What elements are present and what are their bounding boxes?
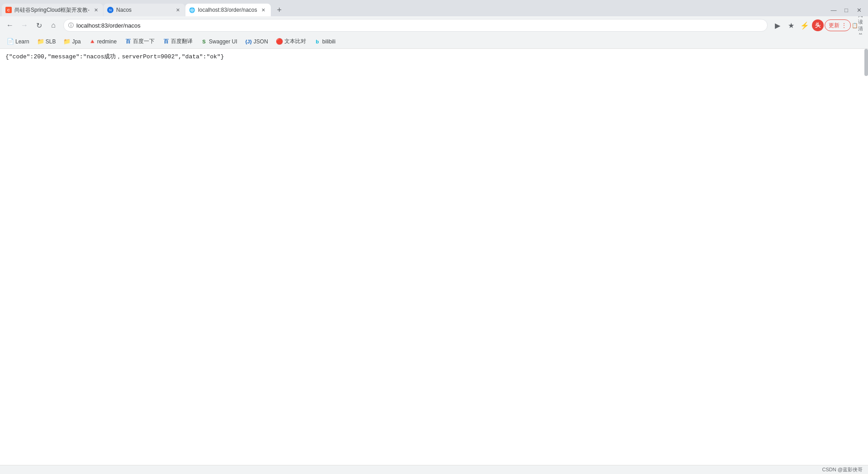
extensions-button[interactable]: ⚡ [798,19,811,32]
reading-list-icon: 📋 [852,23,858,28]
profile-button[interactable]: 头 [812,19,824,31]
nacos-favicon: N [107,7,113,13]
bookmark-learn-label: Learn [15,38,29,45]
scrollbar-thumb[interactable] [864,49,868,76]
bookmark-baidu-translate[interactable]: 百 百度翻译 [159,36,196,47]
tab-2-close-button[interactable]: ✕ [174,6,181,14]
browser-window: C 尚硅谷SpringCloud框架开发教- ✕ N Nacos ✕ 🌐 loc… [0,0,868,474]
json-favicon: {J} [245,38,252,45]
bookmark-redmine[interactable]: 🔺 redmine [85,36,120,47]
bookmark-jpa[interactable]: 📁 Jpa [60,36,84,47]
update-button[interactable]: 更新 ⋮ [825,19,851,31]
tab-3-favicon: 🌐 [189,7,195,13]
learn-favicon: 📄 [7,38,14,45]
forward-button[interactable]: → [18,19,31,32]
tab-3-title: localhost:83/order/nacos [198,7,257,13]
minimize-button[interactable]: — [828,5,839,15]
tab-2[interactable]: N Nacos ✕ [104,4,185,16]
status-bar: CSDN @蓝影侠哥 [0,465,868,474]
bilibili-favicon: b [314,38,321,45]
address-bar[interactable]: ⓘ [63,19,768,32]
bookmark-text-compare[interactable]: 🔴 文本比对 [273,36,310,47]
json-response: {"code":200,"message":"nacos成功，serverPor… [5,52,863,61]
bookmark-text-compare-label: 文本比对 [284,38,306,45]
reading-list-button[interactable]: 📋 阅读清单 [852,19,864,32]
new-tab-button[interactable]: + [273,4,286,16]
bookmarks-bar: 📄 Learn 📁 SLB 📁 Jpa 🔺 redmine 百 [0,34,868,49]
bookmark-baidu-search-label: 百度一下 [133,38,155,45]
tab-1-close-button[interactable]: ✕ [92,6,99,14]
toolbar-right: ▶ ★ ⚡ 头 更新 ⋮ 📋 阅读清单 [771,19,864,32]
close-window-button[interactable]: ✕ [854,5,864,15]
baidu-search-favicon: 百 [125,38,131,45]
csdn-favicon: C [5,7,12,13]
page-content: {"code":200,"message":"nacos成功，serverPor… [0,49,868,465]
bookmark-slb-label: SLB [46,38,56,45]
text-compare-favicon: 🔴 [276,38,283,45]
status-text: CSDN @蓝影侠哥 [822,466,863,473]
tab-3[interactable]: 🌐 localhost:83/order/nacos ✕ [185,4,271,16]
baidu-translate-favicon: 百 [163,38,169,45]
toolbar: ← → ↻ ⌂ ⓘ ▶ ★ ⚡ 头 更新 ⋮ 📋 阅读清单 [0,16,868,34]
bookmark-baidu-search[interactable]: 百 百度一下 [121,36,158,47]
bookmark-baidu-translate-label: 百度翻译 [171,38,193,45]
tab-1[interactable]: C 尚硅谷SpringCloud框架开发教- ✕ [2,4,103,16]
address-info-icon: ⓘ [68,22,74,29]
bookmark-jpa-label: Jpa [72,38,80,45]
bookmark-bilibili[interactable]: b bilibili [311,36,339,47]
bookmark-slb[interactable]: 📁 SLB [34,36,60,47]
bookmark-learn[interactable]: 📄 Learn [4,36,33,47]
title-bar: C 尚硅谷SpringCloud框架开发教- ✕ N Nacos ✕ 🌐 loc… [0,0,868,16]
bookmark-redmine-label: redmine [97,38,117,45]
update-label: 更新 [829,22,840,29]
swagger-favicon: S [201,38,207,45]
tab-2-title: Nacos [116,7,171,13]
address-input[interactable] [76,22,763,29]
jpa-favicon: 📁 [64,38,70,45]
bookmark-json[interactable]: {J} JSON [242,36,272,47]
cast-button[interactable]: ▶ [771,19,784,32]
tab-1-favicon: C [5,7,12,13]
redmine-favicon: 🔺 [89,38,95,45]
bookmark-swagger[interactable]: S Swagger UI [197,36,241,47]
tab-2-favicon: N [107,7,113,13]
bookmark-swagger-label: Swagger UI [209,38,237,45]
tabs-container: C 尚硅谷SpringCloud框架开发教- ✕ N Nacos ✕ 🌐 loc… [0,4,825,16]
reload-button[interactable]: ↻ [33,19,45,32]
back-button[interactable]: ← [4,19,16,32]
window-controls: — □ ✕ [825,4,868,16]
slb-favicon: 📁 [38,38,44,45]
tab-1-title: 尚硅谷SpringCloud框架开发教- [14,6,90,14]
tab-3-close-button[interactable]: ✕ [260,6,267,14]
update-chevron: ⋮ [841,22,847,28]
home-button[interactable]: ⌂ [47,19,60,32]
maximize-button[interactable]: □ [841,5,852,15]
bookmark-json-label: JSON [254,38,268,45]
bookmark-button[interactable]: ★ [785,19,797,32]
bookmark-bilibili-label: bilibili [322,38,335,45]
